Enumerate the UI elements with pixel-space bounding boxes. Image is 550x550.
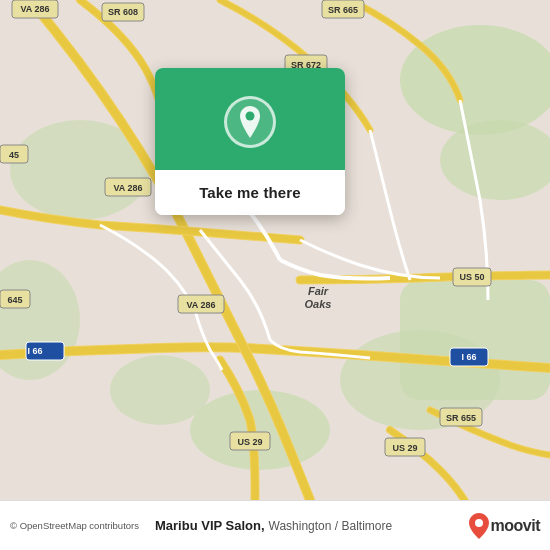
popup-top — [155, 68, 345, 170]
svg-text:Fair: Fair — [308, 285, 329, 297]
attribution: © OpenStreetMap contributors — [10, 520, 139, 531]
business-location: Washington / Baltimore — [269, 519, 393, 533]
svg-text:45: 45 — [9, 150, 19, 160]
take-me-there-button[interactable]: Take me there — [155, 170, 345, 215]
svg-text:Oaks: Oaks — [305, 298, 332, 310]
svg-text:US 29: US 29 — [392, 443, 417, 453]
location-pin-icon — [224, 96, 276, 148]
popup-card: Take me there — [155, 68, 345, 215]
moovit-text: moovit — [491, 517, 540, 535]
svg-text:SR 608: SR 608 — [108, 7, 138, 17]
svg-point-6 — [190, 390, 330, 470]
svg-point-7 — [110, 355, 210, 425]
svg-text:US 50: US 50 — [459, 272, 484, 282]
location-info: © OpenStreetMap contributors — [10, 520, 139, 531]
moovit-logo: moovit — [469, 513, 540, 539]
business-name: Maribu VIP Salon, — [155, 518, 265, 533]
bottom-bar: © OpenStreetMap contributors Maribu VIP … — [0, 500, 550, 550]
svg-text:VA 286: VA 286 — [20, 4, 49, 14]
svg-text:US 29: US 29 — [237, 437, 262, 447]
svg-text:SR 665: SR 665 — [328, 5, 358, 15]
svg-text:I 66: I 66 — [461, 352, 476, 362]
moovit-pin-icon — [469, 513, 489, 539]
svg-point-39 — [246, 112, 255, 121]
svg-text:I 66: I 66 — [27, 346, 42, 356]
svg-text:645: 645 — [7, 295, 22, 305]
svg-text:VA 286: VA 286 — [113, 183, 142, 193]
map-container: I 66 I 66 VA 286 VA 286 VA 286 SR 608 SR… — [0, 0, 550, 500]
svg-point-40 — [475, 519, 483, 527]
svg-text:VA 286: VA 286 — [186, 300, 215, 310]
svg-text:SR 655: SR 655 — [446, 413, 476, 423]
